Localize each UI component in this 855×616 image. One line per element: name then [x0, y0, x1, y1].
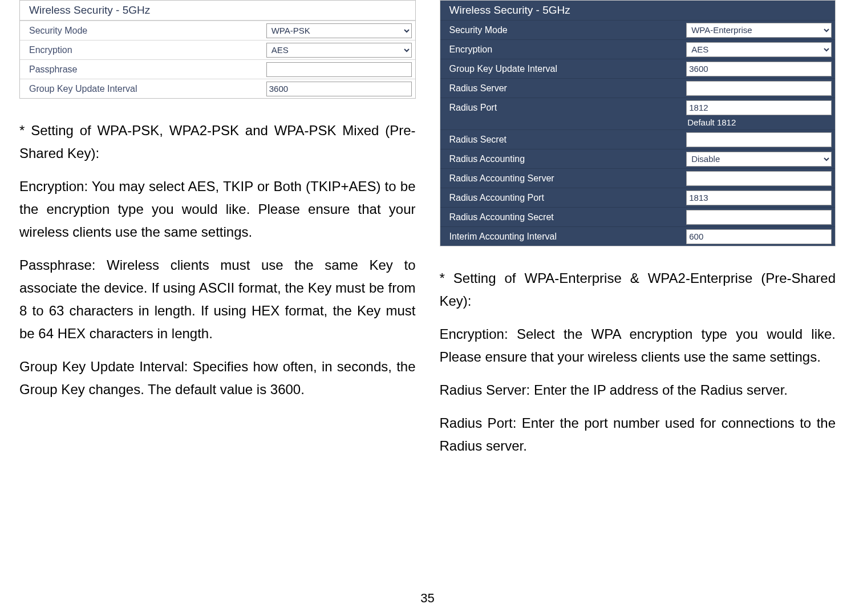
ent-text-encryption: Encryption: Select the WPA encryption ty…	[440, 323, 836, 368]
psk-text-gkui: Group Key Update Interval: Specifies how…	[19, 355, 416, 401]
psk-label-security-mode: Security Mode	[29, 26, 266, 36]
ent-manual-text: * Setting of WPA-Enterprise & WPA2-Enter…	[440, 267, 836, 457]
psk-panel: Wireless Security - 5GHz Security Mode W…	[19, 0, 416, 99]
ent-panel-title: Wireless Security - 5GHz	[440, 1, 836, 20]
page-number: 35	[0, 591, 855, 606]
ent-input-radius-secret[interactable]	[686, 132, 832, 147]
psk-text-heading: * Setting of WPA-PSK, WPA2-PSK and WPA-P…	[19, 119, 416, 165]
ent-input-radius-acct-secret	[686, 210, 832, 225]
ent-input-radius-port[interactable]	[686, 100, 832, 115]
psk-label-gkui: Group Key Update Interval	[29, 84, 266, 94]
ent-row-radius-secret: Radius Secret	[440, 129, 836, 149]
ent-row-radius-acct-port: Radius Accounting Port	[440, 188, 836, 207]
psk-select-security-mode[interactable]: WPA-PSK	[266, 23, 412, 38]
ent-text-heading: * Setting of WPA-Enterprise & WPA2-Enter…	[440, 267, 836, 313]
ent-row-security-mode: Security Mode WPA-Enterprise	[440, 20, 836, 39]
psk-row-passphrase: Passphrase	[20, 59, 415, 79]
ent-input-radius-acct-server	[686, 171, 832, 186]
ent-input-gkui[interactable]	[686, 62, 832, 76]
ent-label-encryption: Encryption	[449, 44, 687, 55]
ent-label-gkui: Group Key Update Interval	[449, 64, 687, 74]
ent-hint-radius-port: Default 1812	[686, 117, 832, 127]
ent-row-gkui: Group Key Update Interval	[440, 59, 836, 78]
psk-row-encryption: Encryption AES	[20, 40, 415, 59]
ent-row-encryption: Encryption AES	[440, 39, 836, 59]
ent-row-radius-acct-secret: Radius Accounting Secret	[440, 207, 836, 226]
ent-label-radius-acct-secret: Radius Accounting Secret	[449, 212, 687, 222]
psk-label-passphrase: Passphrase	[29, 64, 266, 75]
ent-select-encryption[interactable]: AES	[686, 42, 832, 57]
ent-row-radius-accounting: Radius Accounting Disable	[440, 149, 836, 168]
psk-text-passphrase: Passphrase: Wireless clients must use th…	[19, 254, 416, 345]
psk-input-gkui[interactable]	[266, 82, 412, 96]
psk-row-gkui: Group Key Update Interval	[20, 79, 415, 98]
ent-label-interim-acct-interval: Interim Accounting Interval	[449, 232, 687, 242]
ent-label-radius-server: Radius Server	[449, 83, 687, 94]
ent-label-radius-port: Radius Port	[449, 103, 687, 113]
psk-input-passphrase[interactable]	[266, 62, 412, 77]
ent-label-radius-acct-port: Radius Accounting Port	[449, 193, 687, 203]
psk-select-encryption[interactable]: AES	[266, 43, 412, 58]
ent-panel: Wireless Security - 5GHz Security Mode W…	[440, 0, 836, 246]
psk-panel-title: Wireless Security - 5GHz	[20, 1, 415, 21]
ent-label-radius-accounting: Radius Accounting	[449, 154, 687, 164]
ent-input-radius-acct-port	[686, 191, 832, 205]
psk-row-security-mode: Security Mode WPA-PSK	[20, 21, 415, 40]
ent-label-radius-secret: Radius Secret	[449, 135, 687, 145]
ent-row-radius-port: Radius Port	[440, 98, 836, 117]
ent-input-interim-acct-interval	[686, 229, 832, 244]
psk-manual-text: * Setting of WPA-PSK, WPA2-PSK and WPA-P…	[19, 119, 416, 401]
psk-label-encryption: Encryption	[29, 45, 266, 55]
ent-text-radius-server: Radius Server: Enter the IP address of t…	[440, 379, 836, 402]
ent-input-radius-server[interactable]	[686, 81, 832, 96]
ent-row-radius-server: Radius Server	[440, 78, 836, 98]
psk-text-encryption: Encryption: You may select AES, TKIP or …	[19, 175, 416, 244]
ent-text-radius-port: Radius Port: Enter the port number used …	[440, 412, 836, 457]
ent-select-radius-accounting[interactable]: Disable	[686, 152, 832, 167]
ent-label-security-mode: Security Mode	[449, 25, 687, 35]
ent-row-interim-acct-interval: Interim Accounting Interval	[440, 226, 836, 246]
ent-select-security-mode[interactable]: WPA-Enterprise	[686, 23, 832, 38]
ent-row-radius-acct-server: Radius Accounting Server	[440, 168, 836, 188]
ent-label-radius-acct-server: Radius Accounting Server	[449, 173, 687, 184]
ent-row-radius-port-hint: Default 1812	[440, 117, 836, 129]
